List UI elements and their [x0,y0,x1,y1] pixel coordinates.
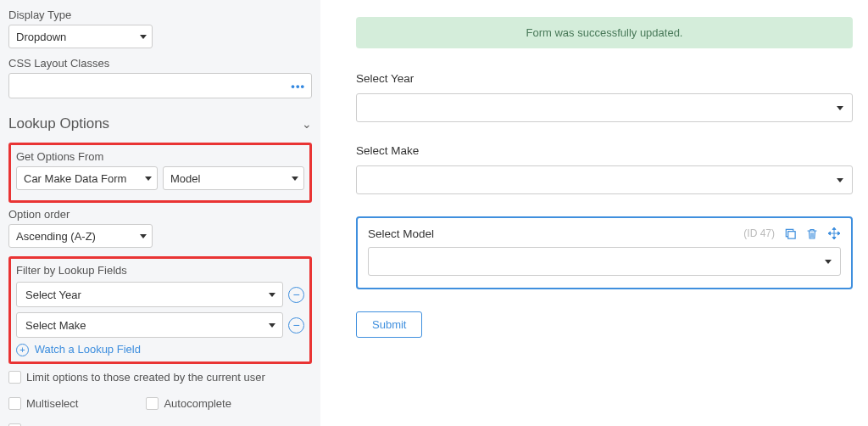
svg-rect-1 [787,231,794,238]
get-options-label: Get Options From [16,150,304,163]
chevron-down-icon: ⌄ [302,117,312,131]
more-icon[interactable]: ••• [291,80,305,92]
remove-filter-make-icon[interactable]: − [288,317,304,334]
select-make-label: Select Make [356,144,853,157]
option-order-select[interactable]: Ascending (A-Z) [8,224,153,248]
settings-sidebar: Display Type Dropdown CSS Layout Classes… [0,0,320,426]
select-year-field[interactable] [356,93,853,122]
multiselect-label: Multiselect [26,397,78,410]
get-options-highlight: Get Options From Car Make Data Form Mode… [8,143,312,203]
limit-options-checkbox[interactable] [8,371,21,384]
delete-icon[interactable] [805,227,819,240]
form-preview: Form was successfully updated. Select Ye… [320,0,868,426]
duplicate-icon[interactable] [783,227,797,240]
get-options-form-select[interactable]: Car Make Data Form [16,166,158,190]
multiselect-checkbox[interactable] [8,397,21,410]
lookup-options-header[interactable]: Lookup Options ⌄ [8,110,312,137]
lookup-options-title: Lookup Options [8,115,109,132]
move-icon[interactable] [827,227,841,240]
css-classes-input[interactable] [8,73,312,98]
filter-select-year[interactable]: Select Year [16,282,283,307]
select-make-field[interactable] [356,165,853,194]
autocomplete-checkbox[interactable] [146,397,159,410]
display-type-label: Display Type [8,8,312,21]
limit-options-label: Limit options to those created by the cu… [26,371,265,384]
select-model-label: Select Model [368,227,434,240]
filter-highlight: Filter by Lookup Fields Select Year − Se… [8,256,312,364]
select-model-field[interactable] [368,247,841,276]
filter-select-make[interactable]: Select Make [16,312,283,338]
field-id-label: (ID 47) [743,227,775,239]
remove-filter-year-icon[interactable]: − [288,287,304,303]
watch-lookup-link[interactable]: + Watch a Lookup Field [16,343,304,356]
get-options-field-select[interactable]: Model [163,166,304,190]
option-order-label: Option order [8,208,312,221]
submit-button[interactable]: Submit [356,311,422,338]
autocomplete-label: Autocomplete [164,397,231,410]
select-model-container[interactable]: Select Model (ID 47) [356,216,853,289]
filter-by-label: Filter by Lookup Fields [16,264,304,277]
select-year-label: Select Year [356,72,853,85]
css-classes-label: CSS Layout Classes [8,57,312,70]
success-banner: Form was successfully updated. [356,17,853,48]
display-type-select[interactable]: Dropdown [8,25,153,48]
plus-icon: + [16,344,29,356]
